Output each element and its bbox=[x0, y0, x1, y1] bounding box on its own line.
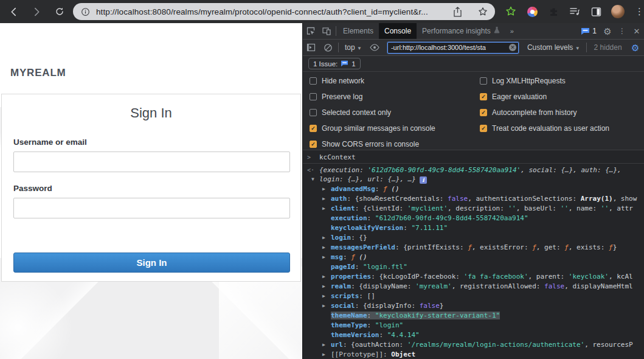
tab-performance-insights[interactable]: Performance insights bbox=[417, 23, 505, 39]
console-text: "7.11.11" bbox=[411, 224, 448, 232]
checkbox-label: Hide network bbox=[322, 77, 364, 85]
back-icon[interactable] bbox=[7, 5, 19, 18]
reading-list-icon[interactable] bbox=[569, 5, 581, 18]
tab-console[interactable]: Console bbox=[379, 23, 417, 39]
console-text: 'keycloak' bbox=[569, 273, 609, 281]
console-toolbar: top ▼ -url:http://localhost:3000/test/st… bbox=[303, 40, 644, 56]
checkbox-treat-code-evaluation-as-user-action[interactable]: ✓Treat code evaluation as user action bbox=[480, 124, 609, 133]
console-text: login bbox=[331, 234, 351, 242]
console-settings-gear-icon[interactable]: ⚙ bbox=[628, 40, 643, 55]
bookmark-star-icon[interactable] bbox=[477, 5, 489, 18]
menu-dots-icon[interactable]: ⋮ bbox=[635, 6, 644, 17]
avatar[interactable] bbox=[611, 5, 625, 18]
tab-elements[interactable]: Elements bbox=[338, 23, 379, 39]
expand-toggle-icon[interactable]: ▶ bbox=[322, 184, 325, 194]
checkbox-preserve-log[interactable]: Preserve log bbox=[310, 92, 362, 102]
checkbox-hide-network[interactable]: Hide network bbox=[310, 76, 364, 86]
expand-toggle-icon[interactable]: ▶ bbox=[322, 243, 325, 253]
expand-toggle-icon[interactable]: ▶ bbox=[322, 233, 325, 243]
puzzle-extensions-icon[interactable] bbox=[547, 5, 559, 18]
username-input[interactable] bbox=[13, 152, 290, 172]
devtools-menu-icon[interactable]: ⋮ bbox=[615, 23, 629, 39]
login-heading: Sign In bbox=[2, 105, 300, 121]
console-text: , show bbox=[613, 195, 637, 203]
console-text: ƒ bbox=[564, 243, 569, 251]
issues-chip[interactable]: 1 Issue: 1 bbox=[308, 58, 361, 69]
live-expression-eye-icon[interactable] bbox=[367, 40, 383, 55]
expand-toggle-icon[interactable]: ▶ bbox=[322, 272, 325, 282]
device-toolbar-icon[interactable] bbox=[319, 23, 334, 39]
console-text: properties bbox=[331, 273, 371, 281]
checkbox-box[interactable]: ✓ bbox=[480, 125, 487, 132]
expand-toggle-icon[interactable]: ▶ bbox=[322, 282, 325, 291]
reload-icon[interactable] bbox=[54, 5, 66, 18]
console-line: themeName: "keycloakify-starter-variant-… bbox=[303, 311, 644, 321]
settings-gear-icon[interactable]: ⚙ bbox=[600, 23, 615, 39]
info-icon[interactable] bbox=[79, 5, 91, 18]
checkbox-box[interactable]: ✓ bbox=[310, 125, 317, 132]
inspect-element-icon[interactable] bbox=[303, 23, 319, 39]
console-line: >kcContext bbox=[303, 152, 644, 164]
checkbox-show-cors-errors-in-console[interactable]: ✓Show CORS errors in console bbox=[310, 139, 419, 149]
console-line: ▶properties: {kcLogoIdP-facebook: 'fa fa… bbox=[303, 272, 644, 282]
console-filter-input[interactable]: -url:http://localhost:3000/test/sta ✕ bbox=[387, 42, 519, 54]
checkbox-label: Autocomplete from history bbox=[492, 108, 576, 117]
checkbox-box[interactable] bbox=[310, 109, 317, 116]
expand-toggle-icon[interactable]: ▶ bbox=[322, 291, 325, 301]
eval-info-badge[interactable]: i bbox=[420, 176, 427, 184]
console-text: 'fa fa-facebook' bbox=[464, 273, 528, 281]
checkbox-box[interactable] bbox=[310, 93, 317, 100]
expand-toggle-icon[interactable]: ▶ bbox=[322, 194, 325, 204]
console-messages-badge[interactable]: 1 bbox=[577, 27, 600, 35]
forward-icon[interactable] bbox=[30, 5, 43, 18]
checkbox-log-xmlhttprequests[interactable]: Log XMLHttpRequests bbox=[480, 76, 566, 86]
side-panel-icon[interactable] bbox=[590, 5, 602, 18]
more-tabs-icon[interactable]: » bbox=[505, 27, 519, 35]
expand-toggle-icon[interactable]: ▶ bbox=[322, 204, 325, 214]
console-text: , authenticationSelections: bbox=[468, 195, 580, 203]
console-text: : bbox=[375, 185, 383, 193]
console-text: "4.4.14" bbox=[387, 331, 420, 339]
checkbox-group-similar-messages-in-console[interactable]: ✓Group similar messages in console bbox=[310, 124, 435, 133]
checkbox-selected-context-only[interactable]: Selected context only bbox=[310, 108, 391, 117]
console-text: Object bbox=[391, 350, 415, 358]
green-star-extension-icon[interactable] bbox=[505, 5, 517, 18]
console-text: : bbox=[343, 253, 351, 261]
console-text: scripts bbox=[331, 292, 359, 300]
checkbox-eager-evaluation[interactable]: ✓Eager evaluation bbox=[480, 92, 547, 102]
close-icon[interactable]: ✕ bbox=[629, 23, 644, 39]
console-text: auth bbox=[331, 195, 347, 203]
console-text: : bbox=[379, 331, 387, 339]
console-text: , displayNameHtml bbox=[564, 282, 633, 290]
password-input[interactable] bbox=[13, 198, 290, 218]
expand-toggle-icon[interactable]: ▶ bbox=[322, 350, 325, 359]
expand-toggle-icon[interactable]: ▶ bbox=[322, 340, 325, 350]
expand-toggle-icon[interactable]: ▶ bbox=[322, 301, 325, 311]
checkbox-box[interactable] bbox=[480, 77, 487, 85]
console-text: : {showResetCredentials: bbox=[347, 195, 448, 203]
checkbox-box[interactable]: ✓ bbox=[480, 109, 487, 116]
pinwheel-extension-icon[interactable] bbox=[526, 5, 538, 18]
console-line: keycloakifyVersion: "7.11.11" bbox=[303, 223, 644, 233]
url-bar[interactable]: http://localhost:8080/realms/myrealm/pro… bbox=[73, 3, 495, 20]
share-icon[interactable] bbox=[451, 5, 463, 18]
sign-in-button[interactable]: Sign In bbox=[13, 253, 290, 273]
context-selector[interactable]: top ▼ bbox=[341, 43, 365, 52]
clear-filter-icon[interactable]: ✕ bbox=[509, 44, 516, 51]
checkbox-box[interactable]: ✓ bbox=[310, 141, 317, 148]
expand-toggle-icon[interactable]: ▶ bbox=[322, 253, 325, 262]
console-sidebar-icon[interactable] bbox=[303, 40, 319, 55]
console-line: ▶messagesPerField: {printIfExists: ƒ, ex… bbox=[303, 243, 644, 253]
clear-console-icon[interactable] bbox=[320, 40, 336, 55]
expand-toggle-icon[interactable]: ▼ bbox=[311, 175, 314, 184]
console-text: "612d7b60-90fd-49c9-8dd4-5587420aa914" bbox=[375, 214, 528, 222]
checkbox-autocomplete-from-history[interactable]: ✓Autocomplete from history bbox=[480, 108, 576, 117]
checkbox-box[interactable]: ✓ bbox=[480, 93, 487, 100]
console-line: ▼login: {…}, url: {…}, …}i bbox=[303, 175, 644, 184]
extensions-row: ⋮ bbox=[505, 5, 644, 18]
checkbox-box[interactable] bbox=[310, 77, 317, 85]
log-levels-dropdown[interactable]: Custom levels ▼ bbox=[524, 43, 584, 52]
console-line: <·{execution: '612d7b60-90fd-49c9-8dd4-5… bbox=[303, 166, 644, 175]
url-text[interactable]: http://localhost:8080/realms/myrealm/pro… bbox=[96, 7, 451, 16]
console-text: } bbox=[613, 243, 617, 251]
